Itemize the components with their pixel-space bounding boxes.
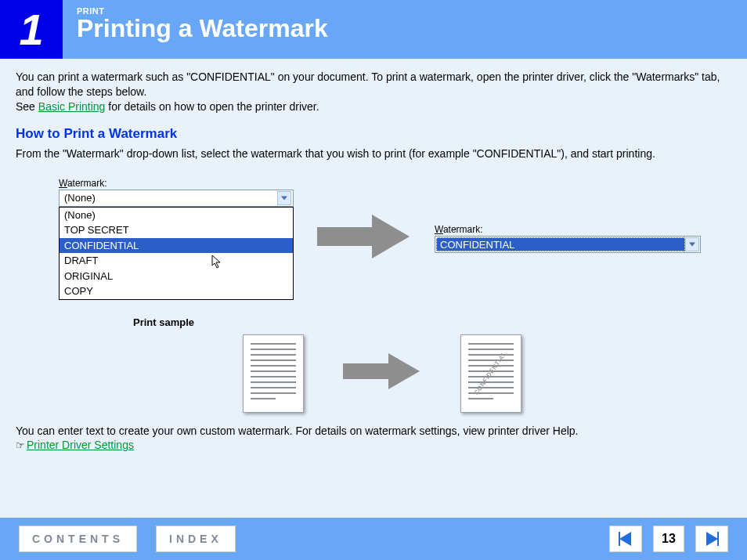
next-page-button[interactable] bbox=[695, 526, 728, 552]
intro-prefix: See bbox=[16, 100, 38, 113]
intro-paragraph: You can print a watermark such as "CONFI… bbox=[16, 70, 731, 99]
prev-page-button[interactable] bbox=[609, 526, 642, 552]
basic-printing-link[interactable]: Basic Printing bbox=[38, 100, 106, 113]
page-header: 1 PRINT Printing a Watermark bbox=[0, 0, 747, 59]
triangle-left-icon bbox=[617, 530, 634, 547]
dropdown-label: Watermark: bbox=[435, 223, 701, 236]
chapter-number: 1 bbox=[0, 0, 63, 59]
svg-rect-5 bbox=[619, 532, 620, 546]
intro-see-line: See Basic Printing for details on how to… bbox=[16, 99, 731, 114]
section-lead: From the "Watermark" drop-down list, sel… bbox=[16, 146, 731, 161]
watermark-dropdown-expanded: Watermark: (None) (None) TOP SECRET CONF… bbox=[59, 177, 294, 300]
arrow-right-icon bbox=[343, 352, 421, 395]
page-footer: CONTENTS INDEX 13 bbox=[0, 518, 747, 560]
custom-watermark-text: You can enter text to create your own cu… bbox=[16, 424, 731, 439]
dropdown-option[interactable]: ORIGINAL bbox=[60, 269, 293, 284]
dropdown-option[interactable]: COPY bbox=[60, 284, 293, 299]
dropdown-option[interactable]: TOP SECRET bbox=[60, 222, 293, 238]
dropdown-diagram-row: Watermark: (None) (None) TOP SECRET CONF… bbox=[59, 177, 731, 300]
header-titles: PRINT Printing a Watermark bbox=[63, 0, 342, 59]
watermark-dropdown-collapsed: Watermark: CONFIDENTIAL bbox=[435, 223, 701, 253]
main-content: You can print a watermark such as "CONFI… bbox=[0, 59, 747, 453]
chevron-down-icon[interactable] bbox=[277, 191, 291, 205]
contents-button[interactable]: CONTENTS bbox=[19, 526, 137, 552]
dropdown-option[interactable]: DRAFT bbox=[60, 253, 293, 269]
chevron-down-icon[interactable] bbox=[685, 237, 699, 251]
svg-marker-0 bbox=[281, 196, 287, 200]
svg-marker-1 bbox=[317, 215, 410, 258]
printer-driver-settings-link[interactable]: Printer Driver Settings bbox=[27, 439, 134, 451]
dropdown-selected-value: CONFIDENTIAL bbox=[436, 237, 685, 251]
dropdown-select[interactable]: CONFIDENTIAL bbox=[435, 236, 701, 253]
watermark-overlay: CONFIDENTIAL bbox=[473, 350, 509, 397]
svg-rect-7 bbox=[717, 532, 719, 546]
page-number: 13 bbox=[653, 526, 684, 552]
dropdown-select[interactable]: (None) bbox=[59, 190, 294, 207]
document-thumb-watermarked: CONFIDENTIAL bbox=[460, 334, 521, 413]
page-title: Printing a Watermark bbox=[77, 14, 328, 43]
svg-marker-2 bbox=[689, 243, 695, 247]
footer-nav: 13 bbox=[609, 526, 728, 552]
printer-driver-settings-line: ☞Printer Driver Settings bbox=[16, 438, 731, 453]
print-sample-row: CONFIDENTIAL bbox=[243, 334, 731, 413]
intro-suffix: for details on how to open the printer d… bbox=[105, 100, 319, 113]
dropdown-option-selected[interactable]: CONFIDENTIAL bbox=[60, 238, 293, 254]
print-sample-label: Print sample bbox=[133, 316, 731, 330]
document-thumb-plain bbox=[243, 334, 304, 413]
svg-marker-6 bbox=[706, 532, 718, 546]
triangle-right-icon bbox=[703, 530, 720, 547]
dropdown-list: (None) TOP SECRET CONFIDENTIAL DRAFT ORI… bbox=[59, 207, 294, 300]
section-title: How to Print a Watermark bbox=[16, 125, 731, 143]
svg-marker-4 bbox=[619, 532, 631, 546]
svg-marker-3 bbox=[343, 353, 420, 389]
hand-point-icon: ☞ bbox=[16, 439, 25, 453]
dropdown-option[interactable]: (None) bbox=[60, 208, 293, 223]
arrow-right-icon bbox=[317, 213, 411, 264]
index-button[interactable]: INDEX bbox=[156, 526, 236, 552]
dropdown-label: Watermark: bbox=[59, 177, 294, 190]
dropdown-selected-value: (None) bbox=[64, 191, 96, 205]
